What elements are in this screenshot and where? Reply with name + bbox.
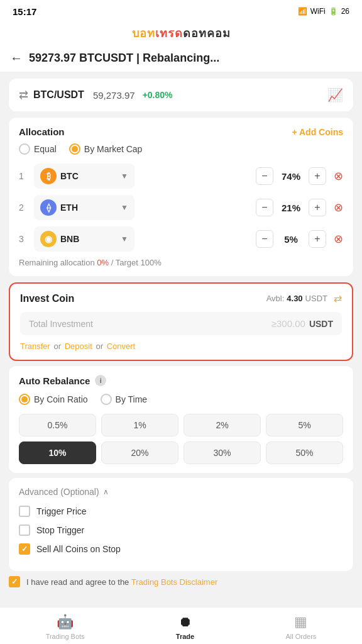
eth-increase-btn[interactable]: + bbox=[309, 199, 326, 216]
trigger-price-checkbox[interactable] bbox=[19, 506, 30, 517]
page-title: 59273.97 BTCUSDT | Rebalancing... bbox=[29, 52, 219, 65]
nav-trade[interactable]: ⏺ Trade bbox=[176, 614, 194, 640]
pair-price: 59,273.97 bbox=[93, 90, 135, 101]
rebalance-type-row: By Coin Ratio By Time bbox=[19, 394, 343, 405]
all-orders-icon: ▦ bbox=[294, 614, 307, 630]
sell-all-coins-checkbox[interactable] bbox=[19, 543, 30, 555]
radio-equal-label: Equal bbox=[34, 144, 57, 154]
chart-icon[interactable]: 📈 bbox=[327, 87, 343, 103]
radio-coin-ratio[interactable]: By Coin Ratio bbox=[19, 394, 88, 405]
percent-btn-0[interactable]: 0.5% bbox=[19, 414, 96, 436]
percent-btn-2[interactable]: 2% bbox=[184, 414, 261, 436]
disclaimer-checkbox[interactable] bbox=[9, 576, 20, 587]
wifi-icon: WiFi bbox=[310, 7, 326, 16]
btc-remove-btn[interactable]: ⊗ bbox=[334, 169, 343, 183]
invest-coin-title: Invest Coin bbox=[20, 293, 74, 304]
btc-icon: ₿ bbox=[40, 168, 57, 184]
radio-equal[interactable]: Equal bbox=[19, 143, 57, 155]
trigger-price-label: Trigger Price bbox=[36, 506, 87, 516]
brand-header: บอทเทรดดอทคอม bbox=[0, 23, 362, 45]
percent-btn-6[interactable]: 30% bbox=[184, 441, 261, 464]
add-coins-button[interactable]: + Add Coins bbox=[292, 127, 343, 137]
total-investment-label: Total Investment bbox=[29, 319, 93, 329]
btc-decrease-btn[interactable]: − bbox=[256, 167, 273, 185]
eth-remove-btn[interactable]: ⊗ bbox=[334, 201, 343, 214]
coin-selector-eth[interactable]: ⟠ ETH ▼ bbox=[34, 195, 134, 220]
coin-row-eth: 2 ⟠ ETH ▼ − 21% + ⊗ bbox=[19, 195, 343, 220]
percent-btn-5[interactable]: 20% bbox=[101, 441, 178, 464]
pair-info-card: ⇄ BTC/USDT 59,273.97 +0.80% 📈 bbox=[9, 79, 353, 111]
percent-btn-1[interactable]: 1% bbox=[101, 414, 178, 436]
eth-alloc-value: 21% bbox=[278, 203, 304, 213]
sell-all-coins-row: Sell All Coins on Stop bbox=[19, 543, 343, 555]
bnb-increase-btn[interactable]: + bbox=[309, 230, 326, 248]
coin-row-btc: 1 ₿ BTC ▼ − 74% + ⊗ bbox=[19, 164, 343, 189]
trade-label: Trade bbox=[176, 633, 194, 640]
bnb-decrease-btn[interactable]: − bbox=[256, 230, 273, 248]
separator: / bbox=[111, 258, 114, 267]
allocation-type-row: Equal By Market Cap bbox=[19, 143, 343, 155]
radio-coin-ratio-label: By Coin Ratio bbox=[34, 394, 88, 404]
disclaimer-prefix: I have read and agree to the bbox=[26, 577, 129, 587]
btc-dropdown-arrow: ▼ bbox=[121, 172, 128, 180]
avbl-unit: USDT bbox=[305, 294, 327, 303]
bnb-remove-btn[interactable]: ⊗ bbox=[334, 232, 343, 246]
percent-btn-3[interactable]: 5% bbox=[266, 414, 343, 436]
btc-controls: − 74% + bbox=[140, 167, 326, 185]
page-header: ← 59273.97 BTCUSDT | Rebalancing... bbox=[0, 45, 362, 72]
deposit-link[interactable]: Deposit bbox=[65, 341, 92, 351]
transfer-link[interactable]: Transfer bbox=[20, 341, 50, 351]
bnb-controls: − 5% + bbox=[140, 230, 326, 248]
btc-name: BTC bbox=[60, 171, 79, 181]
coin-selector-btc[interactable]: ₿ BTC ▼ bbox=[34, 164, 134, 189]
remaining-row: Remaining allocation 0% / Target 100% bbox=[19, 258, 343, 267]
coin-num-1: 1 bbox=[19, 171, 29, 181]
back-button[interactable]: ← bbox=[10, 51, 23, 65]
coin-row-bnb: 3 ◉ BNB ▼ − 5% + ⊗ bbox=[19, 226, 343, 252]
btc-alloc-value: 74% bbox=[278, 171, 304, 182]
percent-btn-4[interactable]: 10% bbox=[19, 441, 96, 464]
or2-text: or bbox=[96, 341, 103, 351]
trading-bots-label: Trading Bots bbox=[46, 633, 85, 640]
advanced-card: Advanced (Optional) ∧ Trigger Price Stop… bbox=[9, 478, 353, 571]
radio-by-time-circle bbox=[101, 394, 112, 405]
status-icons: 📶 WiFi 🔋 26 bbox=[298, 7, 349, 16]
pair-name: BTC/USDT bbox=[33, 89, 84, 101]
convert-link[interactable]: Convert bbox=[107, 341, 136, 351]
stop-trigger-label: Stop Trigger bbox=[36, 525, 84, 535]
disclaimer-link[interactable]: Trading Bots Disclaimer bbox=[131, 577, 218, 587]
coin-num-2: 2 bbox=[19, 203, 29, 213]
total-investment-unit: USDT bbox=[309, 319, 333, 329]
status-time: 15:17 bbox=[13, 6, 36, 17]
btc-increase-btn[interactable]: + bbox=[309, 167, 326, 185]
bnb-name: BNB bbox=[60, 234, 79, 244]
swap-icon: ⇄ bbox=[19, 88, 28, 102]
stop-trigger-checkbox[interactable] bbox=[19, 525, 30, 536]
eth-icon: ⟠ bbox=[40, 199, 57, 216]
all-orders-label: All Orders bbox=[285, 633, 316, 640]
percent-btn-7[interactable]: 50% bbox=[266, 441, 343, 464]
invest-coin-card: Invest Coin Avbl: 4.30 USDT ⇄ Total Inve… bbox=[9, 282, 353, 361]
advanced-header[interactable]: Advanced (Optional) ∧ bbox=[19, 487, 343, 497]
invest-input-row[interactable]: Total Investment ≥300.00 USDT bbox=[20, 312, 342, 335]
pair-change: +0.80% bbox=[143, 90, 173, 100]
trigger-price-row: Trigger Price bbox=[19, 506, 343, 517]
advanced-title: Advanced (Optional) bbox=[19, 487, 99, 497]
coin-selector-bnb[interactable]: ◉ BNB ▼ bbox=[34, 226, 134, 252]
radio-market-cap-label: By Market Cap bbox=[84, 144, 143, 154]
nav-all-orders[interactable]: ▦ All Orders bbox=[285, 614, 316, 640]
coin-num-3: 3 bbox=[19, 234, 29, 244]
bnb-icon: ◉ bbox=[40, 231, 57, 247]
status-bar: 15:17 📶 WiFi 🔋 26 bbox=[0, 0, 362, 23]
convert-icon[interactable]: ⇄ bbox=[334, 292, 342, 304]
bottom-nav: 🤖 Trading Bots ⏺ Trade ▦ All Orders bbox=[0, 607, 362, 644]
invest-links: Transfer or Deposit or Convert bbox=[20, 341, 342, 351]
eth-decrease-btn[interactable]: − bbox=[256, 199, 273, 216]
radio-market-cap[interactable]: By Market Cap bbox=[69, 143, 143, 155]
disclaimer-text: I have read and agree to the Trading Bot… bbox=[26, 577, 217, 587]
radio-by-time[interactable]: By Time bbox=[101, 394, 148, 405]
info-icon[interactable]: i bbox=[95, 375, 106, 386]
nav-trading-bots[interactable]: 🤖 Trading Bots bbox=[46, 614, 85, 640]
radio-equal-circle bbox=[19, 143, 30, 155]
remaining-value: 0% bbox=[97, 258, 109, 267]
